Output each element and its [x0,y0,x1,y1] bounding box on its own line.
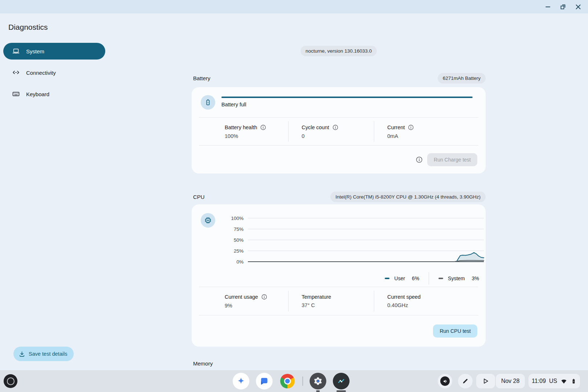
chrome-icon [280,374,295,388]
svg-text:50%: 50% [234,237,244,243]
divider [288,121,289,142]
svg-text:75%: 75% [234,226,244,232]
memory-section-title: Memory [193,360,213,367]
sidebar-item-label: System [26,48,44,54]
messages-app-button[interactable] [256,373,273,389]
stat-value: 0.40GHz [387,302,486,308]
stat-label: Current speed [387,294,421,300]
cycle-count-stat: Cycle count 0 [302,124,374,139]
board-version-chip: nocturne, version 130.16033.0 [301,46,377,56]
divider [288,291,289,311]
stat-label: Cycle count [302,124,329,130]
sidebar-item-keyboard[interactable]: Keyboard [3,86,105,102]
divider [429,272,429,285]
stat-label: Battery health [225,124,257,130]
current-speed-stat: Current speed 0.40GHz [387,294,486,308]
chat-bubble-icon [260,376,269,386]
speaker-icon [440,376,450,386]
system-legend-dash [438,278,443,279]
stat-label: Current [387,124,405,130]
shelf-separator [302,376,303,386]
legend-item-user: User 6% [385,275,419,281]
user-legend-dash [385,278,389,279]
info-icon[interactable] [408,124,414,131]
info-icon[interactable] [416,156,423,163]
temperature-stat: Temperature 37° C [302,294,374,308]
save-test-details-button[interactable]: Save test details [13,347,74,361]
run-cpu-test-button[interactable]: Run CPU test [433,324,477,338]
legend-value: 6% [412,275,419,281]
sparkle-icon [236,376,246,386]
restore-button[interactable] [558,2,568,12]
cpu-chip-icon [204,216,212,224]
sidebar-item-connectivity[interactable]: Connectivity [3,64,105,81]
sidebar-item-label: Connectivity [26,70,56,76]
battery-card-footer: Run Charge test [192,146,486,173]
keyboard-layout-indicator: US [549,378,557,384]
stylus-tools-button[interactable] [458,374,473,388]
battery-charge-row: Battery full [192,87,486,117]
shelf: Nov 28 11:09 US [0,370,588,392]
cpu-icon-badge [201,213,215,228]
chrome-app-button[interactable] [279,373,296,389]
main-area: Diagnostics System Connectivity Keyboard [0,13,588,370]
stat-label: Temperature [302,294,331,300]
board-info-row: nocturne, version 130.16033.0 [192,46,486,56]
status-tray-button[interactable]: 11:09 US [528,374,580,388]
current-stat: Current 0mA [387,124,486,139]
screen-reader-button[interactable] [438,374,452,388]
keyboard-icon [12,90,20,98]
pen-icon [462,377,469,385]
info-icon[interactable] [261,294,268,300]
page-title: Diagnostics [8,23,48,32]
assistant-app-button[interactable] [233,373,249,389]
battery-icon-badge [201,95,215,110]
battery-health-stat: Battery health 100% [225,124,288,139]
run-charge-test-button[interactable]: Run Charge test [427,153,477,166]
shelf-time: 11:09 [532,378,546,384]
cpu-model-chip: Intel(R) Core(TM) i5-8200Y CPU @ 1.30GHz… [330,192,486,202]
play-store-icon [482,377,489,385]
play-store-button[interactable] [476,374,495,388]
battery-card: Battery full Battery health 100% Cycle c… [192,87,486,173]
line-chart-icon [333,373,350,389]
current-usage-stat: Current usage 9% [225,294,288,309]
stat-value: 0 [302,133,374,139]
legend-name: User [394,275,405,281]
settings-app-button[interactable] [310,373,326,389]
info-icon[interactable] [332,124,339,131]
app-running-indicator [316,391,320,392]
svg-text:25%: 25% [234,248,244,254]
cpu-card: 100%75%50%25%0% User 6% System 3% [192,204,486,347]
diagnostics-app-window: Diagnostics System Connectivity Keyboard [0,0,588,392]
battery-section-header: Battery 6271mAh Battery [192,73,486,83]
diagnostics-app-button[interactable] [333,373,350,389]
stat-value: 9% [225,303,288,309]
laptop-icon [12,47,20,55]
shelf-date: Nov 28 [501,378,520,384]
download-icon [19,351,25,358]
wifi-icon [560,378,567,385]
stat-value: 100% [225,133,288,139]
divider [374,291,374,311]
sidebar-item-system[interactable]: System [3,43,105,60]
minimize-button[interactable] [543,2,552,12]
battery-status-text: Battery full [221,102,473,107]
svg-text:100%: 100% [231,216,244,221]
battery-section-title: Battery [192,75,211,81]
close-button[interactable] [573,2,583,12]
date-button[interactable]: Nov 28 [496,374,525,388]
legend-value: 3% [472,275,479,281]
network-icon [12,69,20,77]
close-icon [575,4,581,10]
info-icon[interactable] [260,124,266,131]
window-controls [543,0,583,13]
cpu-usage-chart: 100%75%50%25%0% [223,213,486,268]
launcher-button[interactable] [4,374,17,388]
battery-capacity-chip: 6271mAh Battery [438,73,486,83]
cpu-chart-row: 100%75%50%25%0% [192,204,486,270]
cpu-card-footer: Run CPU test [192,315,486,347]
restore-icon [560,4,566,10]
sidebar-item-label: Keyboard [26,91,49,97]
cpu-section-title: CPU [192,194,205,200]
